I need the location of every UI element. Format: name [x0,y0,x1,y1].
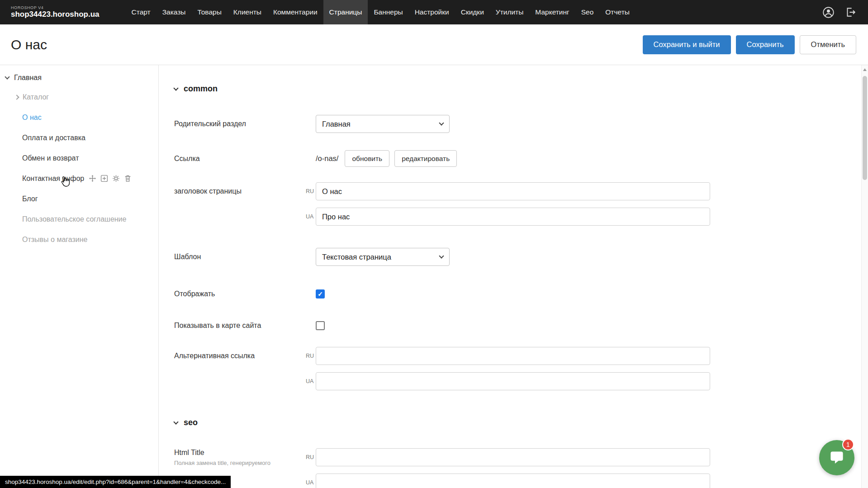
chevron-down-icon [439,120,444,125]
topbar: HOROSHOP V4 shop34423.horoshop.ua Старт … [0,0,868,24]
menu-item-marketing[interactable]: Маркетинг [529,0,575,24]
topbar-right [822,0,856,24]
link-label: Ссылка [174,155,306,163]
sidebar-root-label: Главная [14,74,42,82]
lang-ua-badge: UA [306,378,316,384]
section-common-title: common [184,84,218,94]
field-row-html-title-ru: Html Title Полная замена title, генериру… [174,448,868,466]
menu-item-reports[interactable]: Отчеты [599,0,636,24]
chevron-down-icon [439,253,444,258]
menu-item-discounts[interactable]: Скидки [455,0,490,24]
field-row-page-title-ua: UA [174,208,868,226]
template-select[interactable]: Текстовая страница [316,248,450,266]
status-url-text: shop34423.horoshop.ua/edit/edit.php?id=6… [5,479,226,485]
page-title-label: заголовок страницы [174,187,306,195]
lang-ua-badge: UA [306,479,316,486]
parent-section-value: Главная [322,120,351,128]
lang-ru-badge: RU [306,454,316,460]
sidebar-item-label: Обмен и возврат [22,154,79,162]
chat-unread-badge: 1 [842,439,854,450]
html-title-ua-input[interactable] [316,474,710,488]
menu-item-orders[interactable]: Заказы [157,0,192,24]
cancel-button[interactable]: Отменить [800,35,856,54]
menu-item-clients[interactable]: Клиенты [228,0,267,24]
user-account-icon[interactable] [822,6,835,19]
link-edit-button[interactable]: редактировать [394,150,457,167]
chevron-down-icon [173,85,178,90]
sidebar-item-kontaktnaya-informaciya[interactable]: Контактная инфор [0,168,158,189]
menu-item-comments[interactable]: Комментарии [267,0,323,24]
section-common-toggle[interactable]: common [174,83,868,94]
chat-widget-button[interactable]: 1 [819,440,854,475]
field-row-template: Шаблон Текстовая страница [174,248,868,266]
sidebar-item-o-nas[interactable]: О нас [0,107,158,128]
display-label: Отображать [174,290,306,298]
field-row-display: Отображать [174,289,868,299]
move-icon[interactable] [89,175,96,182]
sidebar-item-blog[interactable]: Блог [0,189,158,209]
lang-ua-badge: UA [306,213,316,220]
sidebar-item-obmen-vozvrat[interactable]: Обмен и возврат [0,148,158,168]
chevron-down-icon [173,419,178,424]
sidebar-item-agreement[interactable]: Пользовательское соглашение [0,209,158,229]
alt-link-ru-input[interactable] [316,347,710,365]
field-row-alt-link-ru: Альтернативная ссылка RU [174,347,868,365]
content: Главная Каталог О нас Оплата и доставка … [0,65,868,488]
link-path-value: /o-nas/ [316,154,338,163]
field-row-sitemap: Показывать в карте сайта [174,320,868,331]
save-and-exit-button[interactable]: Сохранить и выйти [643,35,731,54]
parent-section-label: Родительский раздел [174,120,306,128]
scroll-up-arrow-icon[interactable] [863,68,867,71]
vertical-scrollbar[interactable] [861,65,868,488]
menu-item-settings[interactable]: Настройки [409,0,455,24]
menu-item-banners[interactable]: Баннеры [368,0,408,24]
display-checkbox[interactable] [316,289,325,298]
save-button[interactable]: Сохранить [736,35,795,54]
menu-item-start[interactable]: Старт [126,0,157,24]
sidebar-item-label: Отзывы о магазине [22,236,88,244]
field-row-page-title-ru: заголовок страницы RU [174,182,868,200]
brand-version-label: HOROSHOP V4 [11,6,100,10]
sidebar-item-oplata-dostavka[interactable]: Оплата и доставка [0,128,158,148]
sitemap-checkbox[interactable] [316,321,325,330]
brand-domain: shop34423.horoshop.ua [11,10,100,19]
sidebar: Главная Каталог О нас Оплата и доставка … [0,65,159,488]
brand[interactable]: HOROSHOP V4 shop34423.horoshop.ua [11,0,100,24]
link-refresh-button[interactable]: обновить [345,150,389,167]
logout-icon[interactable] [844,6,856,18]
sidebar-item-label: О нас [22,114,42,122]
field-row-parent-section: Родительский раздел Главная [174,115,868,133]
status-url-bar: shop34423.horoshop.ua/edit/edit.php?id=6… [0,476,231,488]
html-title-ru-input[interactable] [316,448,710,466]
main-menu: Старт Заказы Товары Клиенты Комментарии … [126,0,636,24]
page-title-ua-input[interactable] [316,208,710,226]
field-row-html-title-ua: UA [174,474,868,488]
chevron-down-icon [5,74,9,79]
sidebar-item-katalog[interactable]: Каталог [0,87,158,107]
add-icon[interactable] [100,175,108,182]
sidebar-item-glavnaya[interactable]: Главная [0,69,158,87]
alt-link-ua-input[interactable] [316,372,710,390]
sidebar-item-label: Пользовательское соглашение [22,215,126,223]
chat-bubble-icon [828,449,845,466]
sidebar-item-reviews[interactable]: Отзывы о магазине [0,229,158,250]
page-title-ru-input[interactable] [316,182,710,200]
alt-link-label: Альтернативная ссылка [174,352,306,360]
field-row-alt-link-ua: UA [174,372,868,390]
trash-icon[interactable] [124,175,132,182]
menu-item-utilities[interactable]: Утилиты [490,0,530,24]
lang-ru-badge: RU [306,188,316,194]
chevron-right-icon [14,95,19,99]
parent-section-select[interactable]: Главная [316,115,450,133]
sidebar-item-label: Каталог [23,93,49,101]
gear-icon[interactable] [112,175,120,182]
field-row-link: Ссылка /o-nas/ обновить редактировать [174,150,868,167]
sidebar-item-label: Оплата и доставка [22,134,85,142]
menu-item-seo[interactable]: Seo [575,0,600,24]
scrollbar-thumb[interactable] [863,76,867,180]
menu-item-pages[interactable]: Страницы [323,0,368,24]
menu-item-products[interactable]: Товары [191,0,227,24]
html-title-hint: Полная замена title, генерируемого [174,460,306,466]
section-seo-toggle[interactable]: seo [174,417,868,428]
template-label: Шаблон [174,253,306,261]
